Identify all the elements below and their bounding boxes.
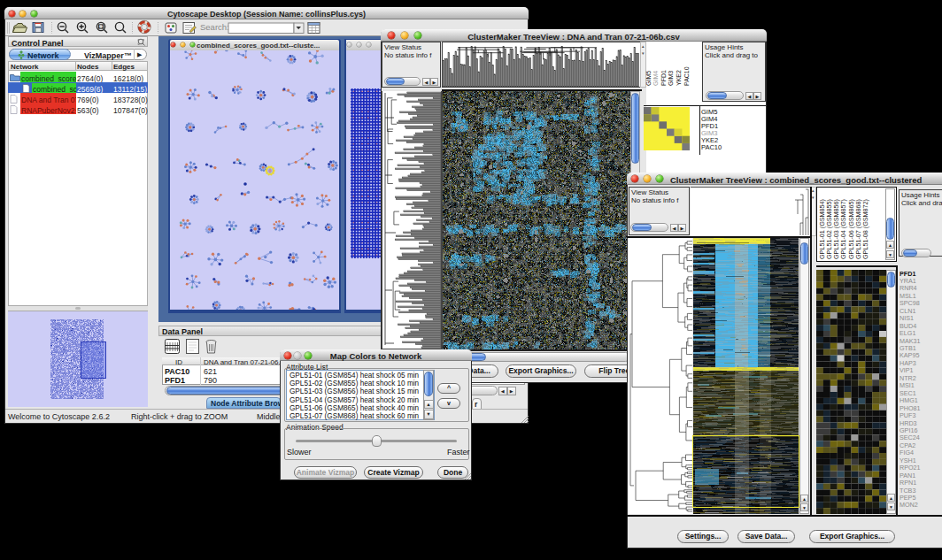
svg-text:1:1: 1:1 — [98, 25, 104, 29]
svg-text:Search:: Search: — [200, 22, 229, 32]
